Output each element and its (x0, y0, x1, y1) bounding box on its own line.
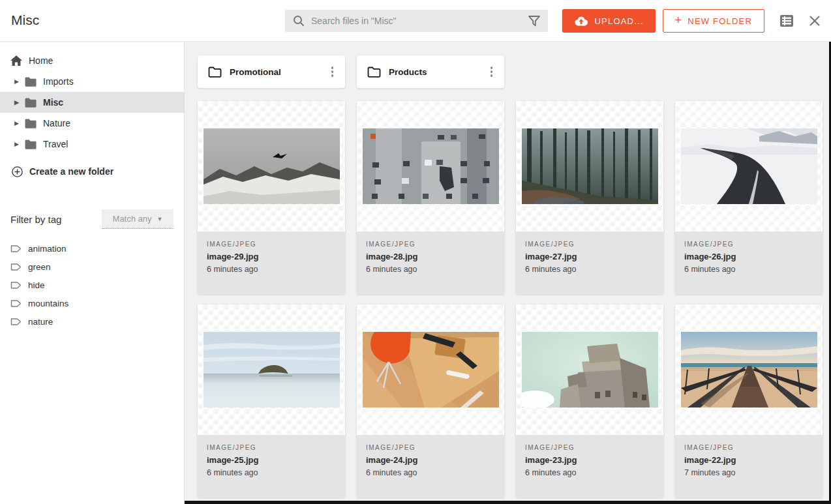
file-time: 6 minutes ago (207, 265, 336, 274)
file-card-image-23[interactable]: IMAGE/JPEG image-23.jpg 6 minutes ago (516, 304, 663, 497)
tag-label: nature (28, 317, 53, 327)
upload-button[interactable]: UPLOAD... (562, 9, 656, 33)
thumbnail (357, 101, 504, 231)
circle-plus-icon (12, 166, 23, 177)
thumbnail (675, 101, 823, 231)
caret-right-icon[interactable]: ▶ (14, 99, 25, 106)
sidebar: Home ▶ Imports ▶ Misc ▶ Nature ▶ Travel … (0, 42, 185, 504)
search-bar[interactable] (285, 10, 548, 32)
close-icon[interactable] (809, 15, 821, 27)
file-time: 6 minutes ago (366, 265, 495, 274)
tag-item-mountains[interactable]: mountains (0, 294, 184, 312)
search-input[interactable] (311, 16, 522, 26)
sidebar-item-misc[interactable]: ▶ Misc (0, 92, 184, 113)
sidebar-item-travel[interactable]: ▶ Travel (0, 134, 184, 155)
folder-icon (25, 98, 37, 108)
match-mode-value: Match any (113, 214, 152, 224)
folder-card-label: Promotional (230, 67, 329, 77)
kebab-menu-icon[interactable] (488, 64, 496, 80)
file-kind: IMAGE/JPEG (684, 241, 813, 248)
folder-outline-icon (208, 67, 222, 78)
header: Misc UPLOAD... + NEW FOLDER (0, 0, 831, 42)
thumbnail (198, 101, 345, 231)
file-name: image-24.jpg (366, 455, 495, 465)
caret-right-icon[interactable]: ▶ (14, 78, 25, 85)
file-name: image-26.jpg (684, 252, 813, 261)
tag-icon (10, 299, 22, 308)
plus-icon: + (675, 14, 683, 26)
folder-outline-icon (367, 67, 381, 78)
file-meta: IMAGE/JPEG image-26.jpg 6 minutes ago (675, 231, 823, 294)
file-card-image-27[interactable]: IMAGE/JPEG image-27.jpg 6 minutes ago (516, 101, 663, 294)
folder-icon (25, 77, 37, 87)
tag-item-green[interactable]: green (0, 258, 184, 276)
file-card-image-24[interactable]: IMAGE/JPEG image-24.jpg 6 minutes ago (357, 304, 504, 497)
create-folder-button[interactable]: Create a new folder (0, 161, 184, 182)
sidebar-item-label: Imports (43, 76, 74, 87)
folder-icon (25, 119, 37, 128)
sidebar-item-nature[interactable]: ▶ Nature (0, 113, 184, 134)
file-name: image-28.jpg (366, 252, 495, 261)
file-meta: IMAGE/JPEG image-22.jpg 7 minutes ago (675, 435, 823, 497)
tag-item-hide[interactable]: hide (0, 276, 184, 294)
folder-card-promotional[interactable]: Promotional (198, 55, 345, 88)
tag-list: animation green hide mountains nature (0, 239, 184, 331)
tag-label: hide (28, 280, 45, 290)
file-kind: IMAGE/JPEG (525, 241, 654, 248)
file-time: 6 minutes ago (525, 265, 654, 274)
kebab-menu-icon[interactable] (329, 64, 337, 80)
file-card-image-26[interactable]: IMAGE/JPEG image-26.jpg 6 minutes ago (675, 101, 823, 294)
file-card-image-25[interactable]: IMAGE/JPEG image-25.jpg 6 minutes ago (198, 304, 345, 497)
folder-card-products[interactable]: Products (357, 55, 504, 88)
sidebar-item-label: Nature (43, 118, 70, 128)
search-icon (293, 15, 305, 27)
match-mode-select[interactable]: Match any ▼ (102, 209, 174, 229)
file-time: 6 minutes ago (207, 468, 336, 477)
file-name: image-27.jpg (525, 252, 654, 261)
tag-item-animation[interactable]: animation (0, 239, 184, 258)
tag-icon (10, 280, 22, 290)
header-actions: UPLOAD... + NEW FOLDER (562, 9, 821, 33)
tag-icon (10, 262, 22, 272)
filter-by-tag-section: Filter by tag Match any ▼ (10, 209, 174, 229)
thumbnail (516, 304, 663, 435)
file-kind: IMAGE/JPEG (207, 444, 336, 451)
thumbnail (198, 304, 345, 435)
page-title: Misc (11, 12, 39, 28)
file-card-image-29[interactable]: IMAGE/JPEG image-29.jpg 6 minutes ago (198, 101, 345, 294)
file-time: 6 minutes ago (525, 468, 654, 477)
tag-icon (10, 317, 22, 327)
file-card-image-22[interactable]: IMAGE/JPEG image-22.jpg 7 minutes ago (675, 304, 823, 497)
thumbnail (675, 304, 823, 435)
filter-funnel-icon[interactable] (528, 16, 540, 27)
caret-right-icon[interactable]: ▶ (14, 141, 25, 147)
page-edge-bottom (185, 501, 831, 504)
upload-button-label: UPLOAD... (595, 16, 644, 26)
tag-label: animation (28, 244, 67, 254)
main-content: Promotional Products (185, 42, 831, 504)
file-meta: IMAGE/JPEG image-29.jpg 6 minutes ago (198, 231, 345, 294)
file-name: image-23.jpg (525, 455, 654, 465)
file-kind: IMAGE/JPEG (366, 241, 495, 248)
sidebar-item-label: Travel (43, 139, 68, 149)
caret-right-icon[interactable]: ▶ (14, 120, 25, 126)
file-kind: IMAGE/JPEG (684, 444, 813, 451)
new-folder-button[interactable]: + NEW FOLDER (663, 9, 764, 33)
home-icon (10, 55, 22, 66)
file-meta: IMAGE/JPEG image-23.jpg 6 minutes ago (516, 435, 663, 497)
sidebar-item-label: Misc (43, 97, 63, 108)
tag-item-nature[interactable]: nature (0, 312, 184, 331)
file-card-image-28[interactable]: IMAGE/JPEG image-28.jpg 6 minutes ago (357, 101, 504, 294)
tag-label: mountains (28, 299, 68, 308)
file-kind: IMAGE/JPEG (207, 241, 336, 248)
new-folder-button-label: NEW FOLDER (687, 16, 752, 26)
list-view-icon[interactable] (779, 14, 794, 27)
sidebar-item-home[interactable]: Home (0, 50, 184, 71)
file-kind: IMAGE/JPEG (525, 444, 654, 451)
folder-cards-row: Promotional Products (198, 55, 831, 88)
folder-card-label: Products (389, 67, 488, 77)
file-meta: IMAGE/JPEG image-28.jpg 6 minutes ago (357, 231, 504, 294)
sidebar-item-imports[interactable]: ▶ Imports (0, 71, 184, 92)
file-time: 6 minutes ago (366, 468, 495, 477)
file-kind: IMAGE/JPEG (366, 444, 495, 451)
